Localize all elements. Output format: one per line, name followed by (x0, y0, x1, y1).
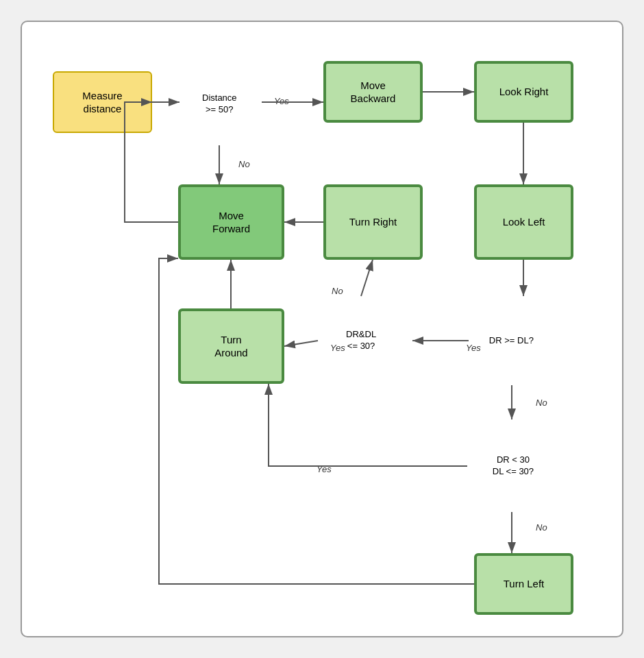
dr-dl-check2-diamond: DR < 30 DL <= 30? (467, 419, 560, 512)
no-label-2: No (332, 286, 343, 296)
yes-label-4: Yes (317, 464, 332, 474)
look-left-node: Look Left (474, 184, 573, 260)
turn-around-node: Turn Around (178, 308, 284, 384)
yes-label-3: Yes (466, 343, 481, 353)
no-label-1: No (238, 159, 250, 169)
yes-label-2: Yes (330, 343, 345, 353)
move-backward-node: Move Backward (323, 61, 423, 123)
turn-right-node: Turn Right (323, 184, 423, 260)
turn-left-node: Turn Left (474, 553, 573, 615)
look-right-node: Look Right (474, 61, 573, 123)
no-label-4: No (536, 522, 547, 533)
measure-distance-node: Measure distance (53, 71, 152, 133)
dr-dl-check-diamond: DR&DL <= 30? (317, 296, 406, 385)
move-forward-node: Move Forward (178, 184, 284, 260)
yes-label-1: Yes (274, 96, 289, 106)
no-label-3: No (536, 398, 547, 408)
flowchart-container: Measure distance Distance >= 50? Move Ba… (21, 21, 623, 637)
distance-check-diamond: Distance >= 50? (178, 63, 260, 145)
dr-ge-dl-diamond: DR >= DL? (467, 296, 556, 385)
